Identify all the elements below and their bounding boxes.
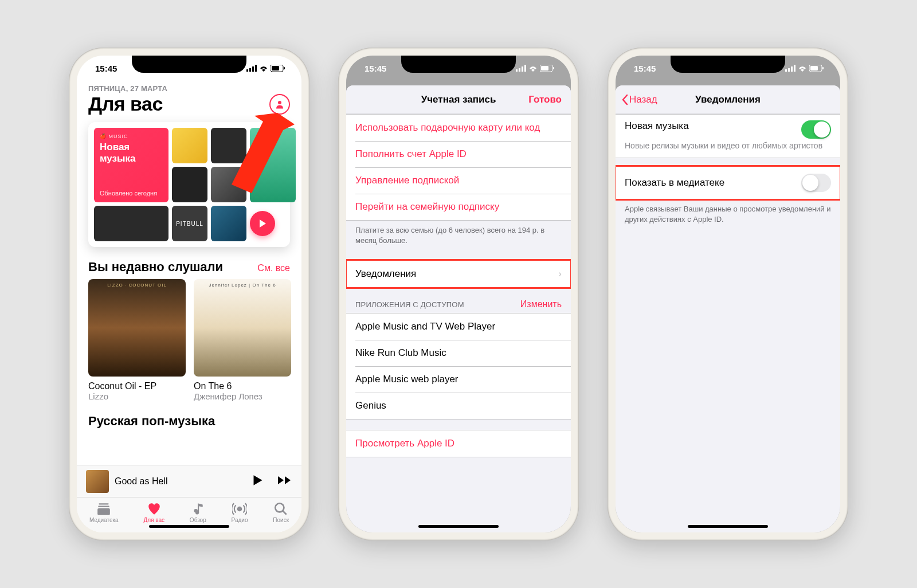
notifications-list[interactable]: Новая музыка Новые релизы музыки и видео… <box>616 114 840 532</box>
status-icons <box>516 65 555 72</box>
album-title-1: Coconut Oil - EP <box>88 381 186 391</box>
tab-for-you[interactable]: Для вас <box>143 501 164 523</box>
recent-albums[interactable]: LIZZO · COCONUT OIL Coconut Oil - EP Liz… <box>77 279 301 401</box>
new-music-tile[interactable]: 🍎 MUSIC Новая музыка Обновлено сегодня <box>94 128 168 202</box>
svg-point-12 <box>275 503 284 512</box>
phone-3-notifications: 15:45 Назад Уведомления <box>608 48 848 540</box>
header-row: Для вас <box>77 93 301 122</box>
nav-title: Уведомления <box>695 94 761 105</box>
sheet-backdrop: 15:45 Назад Уведомления <box>616 56 840 532</box>
play-button[interactable] <box>250 211 275 236</box>
album-tile-7[interactable]: PITBULL <box>172 206 207 241</box>
row-app-4[interactable]: Genius <box>346 393 571 419</box>
album-cover-1[interactable]: LIZZO · COCONUT OIL <box>88 279 186 377</box>
svg-rect-27 <box>810 66 818 70</box>
forward-icon[interactable] <box>277 475 292 488</box>
row-notifications[interactable]: Уведомления › <box>346 261 571 287</box>
svg-rect-18 <box>524 65 526 72</box>
russian-pop-header: Русская поп-музыка <box>77 401 301 429</box>
nav-bar: Учетная запись Готово <box>346 85 571 114</box>
notch <box>132 56 246 73</box>
play-icon[interactable] <box>252 475 264 488</box>
row-manage-sub[interactable]: Управление подпиской <box>346 167 571 194</box>
recent-header: Вы недавно слушали См. все <box>77 247 301 279</box>
family-note: Платите за всю семью (до 6 человек) всег… <box>346 221 571 250</box>
svg-rect-5 <box>272 66 279 70</box>
album-tile-5[interactable] <box>211 167 246 202</box>
group-apps: Apple Music and TV Web Player Nike Run C… <box>346 313 571 420</box>
row-app-3[interactable]: Apple Music web player <box>346 366 571 393</box>
wifi-icon <box>259 65 268 72</box>
show-in-library-toggle[interactable] <box>801 174 831 192</box>
new-music-card[interactable]: 🍎 MUSIC Новая музыка Обновлено сегодня P… <box>88 122 290 247</box>
group-show-in-library: Показать в медиатеке <box>616 166 840 199</box>
album-cover-2[interactable]: Jennifer Lopez | On The 6 <box>194 279 291 377</box>
tab-search[interactable]: Поиск <box>273 501 289 523</box>
now-playing-bar[interactable]: Good as Hell <box>77 465 301 497</box>
edit-button[interactable]: Изменить <box>520 299 562 309</box>
svg-rect-3 <box>255 65 257 72</box>
notch <box>671 56 785 73</box>
album-artist-2: Дженифер Лопез <box>194 391 291 401</box>
see-all-link[interactable]: См. все <box>257 263 290 273</box>
done-button[interactable]: Готово <box>528 94 562 105</box>
svg-rect-1 <box>249 68 251 72</box>
row-family[interactable]: Перейти на семейную подписку <box>346 194 571 220</box>
album-tile-2[interactable] <box>211 128 246 163</box>
album-tile-4[interactable] <box>172 167 207 202</box>
row-topup[interactable]: Пополнить счет Apple ID <box>346 141 571 167</box>
group-notifications: Уведомления › <box>346 260 571 288</box>
album-item-1[interactable]: LIZZO · COCONUT OIL Coconut Oil - EP Liz… <box>88 279 186 401</box>
status-icons <box>785 65 824 72</box>
row-gift-card[interactable]: Использовать подарочную карту или код <box>346 115 571 141</box>
privacy-note: Apple связывает Ваши данные о просмотре … <box>616 199 840 229</box>
row-new-music[interactable]: Новая музыка Новые релизы музыки и видео… <box>616 115 840 158</box>
album-tile-8[interactable] <box>211 206 246 241</box>
music-brand: 🍎 MUSIC <box>100 134 163 139</box>
new-music-title: Новая музыка <box>625 120 689 132</box>
home-indicator[interactable] <box>149 525 229 528</box>
row-view-apple-id[interactable]: Просмотреть Apple ID <box>346 430 571 457</box>
svg-point-11 <box>238 507 242 511</box>
now-playing-art[interactable] <box>86 470 109 493</box>
now-playing-title: Good as Hell <box>115 476 246 487</box>
svg-rect-20 <box>541 66 548 70</box>
library-icon <box>96 501 111 516</box>
svg-rect-25 <box>794 65 795 72</box>
album-peek[interactable] <box>299 279 301 401</box>
chevron-left-icon <box>621 94 628 105</box>
tab-library[interactable]: Медиатека <box>89 501 119 523</box>
tab-radio[interactable]: Радио <box>232 501 248 523</box>
profile-button[interactable] <box>269 94 290 115</box>
sheet-backdrop: 15:45 Учетная запись Готово Использовать… <box>346 56 571 532</box>
home-indicator[interactable] <box>688 525 768 528</box>
album-tile-6[interactable] <box>94 206 168 241</box>
svg-rect-23 <box>788 68 790 72</box>
nav-bar: Назад Уведомления <box>616 85 840 114</box>
row-app-1[interactable]: Apple Music and TV Web Player <box>346 313 571 340</box>
tab-browse[interactable]: Обзор <box>190 501 206 523</box>
play-icon <box>258 219 267 228</box>
home-indicator[interactable] <box>418 525 499 528</box>
notch <box>401 56 516 73</box>
svg-rect-22 <box>785 69 787 72</box>
group-payments: Использовать подарочную карту или код По… <box>346 114 571 221</box>
wifi-icon <box>798 65 807 72</box>
account-list[interactable]: Использовать подарочную карту или код По… <box>346 114 571 532</box>
group-new-music: Новая музыка Новые релизы музыки и видео… <box>616 114 840 158</box>
album-tile-1[interactable] <box>172 128 207 163</box>
battery-icon <box>271 65 285 72</box>
notifications-sheet: Назад Уведомления Новая музыка Новые рел… <box>616 85 840 532</box>
for-you-content[interactable]: ПЯТНИЦА, 27 МАРТА Для вас 🍎 MUSIC Новая … <box>77 81 301 532</box>
back-button[interactable]: Назад <box>621 94 657 105</box>
svg-rect-2 <box>252 66 254 72</box>
apps-header: ПРИЛОЖЕНИЯ С ДОСТУПОМ Изменить <box>346 288 571 313</box>
new-music-toggle[interactable] <box>801 120 831 139</box>
phone-1-for-you: 15:45 ПЯТНИЦА, 27 МАРТА Для вас 🍎 MUSIC <box>69 48 309 540</box>
album-tile-3[interactable] <box>250 128 296 202</box>
album-item-2[interactable]: Jennifer Lopez | On The 6 On The 6 Джени… <box>194 279 291 401</box>
row-show-in-library[interactable]: Показать в медиатеке <box>616 167 840 199</box>
screen-1: 15:45 ПЯТНИЦА, 27 МАРТА Для вас 🍎 MUSIC <box>77 56 301 532</box>
row-app-2[interactable]: Nike Run Club Music <box>346 340 571 366</box>
chevron-right-icon: › <box>558 268 562 280</box>
